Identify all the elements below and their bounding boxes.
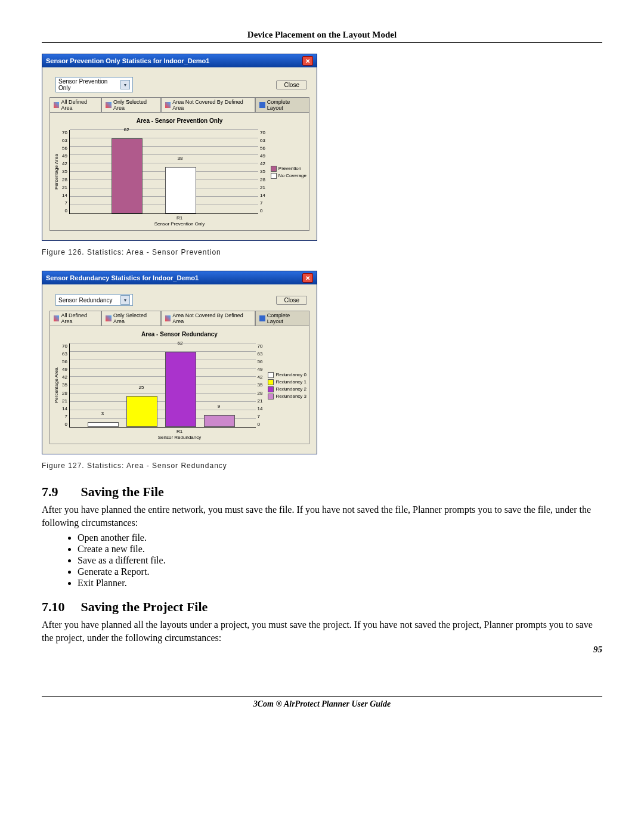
tab-not-covered[interactable]: Area Not Covered By Defined Area xyxy=(161,311,256,326)
plot-area: 3 25 62 9 xyxy=(69,343,256,428)
chart-panel: Area - Sensor Prevention Only Percentage… xyxy=(49,112,309,231)
footer-title: 3Com ® AirProtect Planner User Guide xyxy=(66,699,578,709)
bar-redundancy3 xyxy=(204,415,235,427)
area-icon xyxy=(165,102,171,108)
tab-bar: All Defined Area Only Selected Area Area… xyxy=(49,97,309,112)
bar-value: 9 xyxy=(204,404,234,409)
titlebar: Sensor Prevention Only Statistics for In… xyxy=(42,54,317,67)
area-icon xyxy=(259,315,265,321)
figure-caption: Figure 127. Statistics: Area - Sensor Re… xyxy=(42,462,602,470)
section-title: Saving the Project File xyxy=(81,599,208,614)
metric-select[interactable]: Sensor Redundancy ▾ xyxy=(55,294,133,306)
y-axis-ticks-left: 70635649423528211470 xyxy=(60,343,69,427)
y-axis-ticks-left: 70635649423528211470 xyxy=(60,130,69,213)
x-tick: R1 xyxy=(52,429,306,434)
page-number: 95 xyxy=(593,645,602,654)
bar-value: 25 xyxy=(126,385,156,390)
section-number: 7.10 xyxy=(42,599,78,615)
swatch-icon xyxy=(271,173,277,179)
list-item: Exit Planner. xyxy=(78,578,602,589)
legend: Redundancy 0 Redundancy 1 Redundancy 2 R… xyxy=(264,343,306,428)
x-axis-label: Sensor Prevention Only xyxy=(52,221,306,227)
bar-value: 3 xyxy=(88,411,117,416)
titlebar: Sensor Redundancy Statistics for Indoor_… xyxy=(42,271,317,284)
close-button[interactable]: Close xyxy=(276,296,307,305)
swatch-icon xyxy=(268,394,274,400)
stats-window-redundancy: Sensor Redundancy Statistics for Indoor_… xyxy=(42,271,317,454)
tab-complete-layout[interactable]: Complete Layout xyxy=(255,97,309,112)
bar-redundancy2 xyxy=(165,352,196,427)
tab-only-selected[interactable]: Only Selected Area xyxy=(101,97,160,112)
window-title: Sensor Prevention Only Statistics for In… xyxy=(46,57,209,64)
tab-not-covered[interactable]: Area Not Covered By Defined Area xyxy=(161,97,256,112)
list-item: Create a new file. xyxy=(78,544,602,555)
tab-only-selected[interactable]: Only Selected Area xyxy=(101,311,160,326)
bar-value: 38 xyxy=(165,156,195,161)
page-footer: 3Com ® AirProtect Planner User Guide xyxy=(42,696,602,709)
chart-title: Area - Sensor Redundancy xyxy=(52,331,306,337)
chevron-down-icon: ▾ xyxy=(120,295,130,305)
figure-caption: Figure 126. Statistics: Area - Sensor Pr… xyxy=(42,248,602,256)
tab-all-defined[interactable]: All Defined Area xyxy=(49,311,101,326)
section-number: 7.9 xyxy=(42,484,78,500)
paragraph: After you have planned all the layouts u… xyxy=(42,618,602,644)
y-axis-label: Percentage Area xyxy=(52,130,60,214)
close-icon[interactable]: ✕ xyxy=(302,56,313,66)
bar-no-coverage xyxy=(165,167,196,213)
plot-area: 62 38 xyxy=(69,130,258,214)
area-icon xyxy=(106,102,111,108)
bar-redundancy0 xyxy=(88,422,119,427)
section-heading-7-9: 7.9 Saving the File xyxy=(42,484,602,500)
tab-bar: All Defined Area Only Selected Area Area… xyxy=(49,311,309,326)
close-icon[interactable]: ✕ xyxy=(302,273,313,283)
bar-value: 62 xyxy=(112,127,141,132)
select-value: Sensor Prevention Only xyxy=(58,78,120,91)
area-icon xyxy=(165,315,171,321)
list-item: Generate a Report. xyxy=(78,566,602,577)
stats-window-prevention: Sensor Prevention Only Statistics for In… xyxy=(42,54,317,241)
swatch-icon xyxy=(268,379,274,385)
area-icon xyxy=(106,315,111,321)
list-item: Open another file. xyxy=(78,532,602,543)
chevron-down-icon: ▾ xyxy=(120,80,130,89)
swatch-icon xyxy=(271,166,277,172)
window-title: Sensor Redundancy Statistics for Indoor_… xyxy=(46,274,199,281)
swatch-icon xyxy=(268,372,274,378)
area-icon xyxy=(259,102,265,108)
chart-title: Area - Sensor Prevention Only xyxy=(52,117,306,124)
x-tick: R1 xyxy=(52,215,306,221)
paragraph: After you have planned the entire networ… xyxy=(42,503,602,529)
section-title: Saving the File xyxy=(81,484,164,499)
section-heading-7-10: 7.10 Saving the Project File xyxy=(42,599,602,615)
bar-prevention xyxy=(112,138,143,213)
chart-panel: Area - Sensor Redundancy Percentage Area… xyxy=(49,326,309,444)
legend: Prevention No Coverage xyxy=(267,130,306,214)
tab-complete-layout[interactable]: Complete Layout xyxy=(255,311,309,326)
bar-value: 62 xyxy=(165,340,195,346)
y-axis-ticks-right: 70635649423528211470 xyxy=(258,130,267,213)
y-axis-label: Percentage Area xyxy=(52,343,60,428)
page-header: Device Placement on the Layout Model xyxy=(42,30,602,43)
y-axis-ticks-right: 70635649423528211470 xyxy=(256,343,265,427)
x-axis-label: Sensor Redundancy xyxy=(52,435,306,440)
metric-select[interactable]: Sensor Prevention Only ▾ xyxy=(55,77,133,92)
list-item: Save as a different file. xyxy=(78,555,602,566)
tab-all-defined[interactable]: All Defined Area xyxy=(49,97,101,112)
area-icon xyxy=(54,315,59,321)
bullet-list: Open another file. Create a new file. Sa… xyxy=(78,532,602,589)
close-button[interactable]: Close xyxy=(276,80,307,89)
swatch-icon xyxy=(268,386,274,392)
select-value: Sensor Redundancy xyxy=(58,297,113,304)
bar-redundancy1 xyxy=(126,396,157,427)
area-icon xyxy=(54,102,59,108)
